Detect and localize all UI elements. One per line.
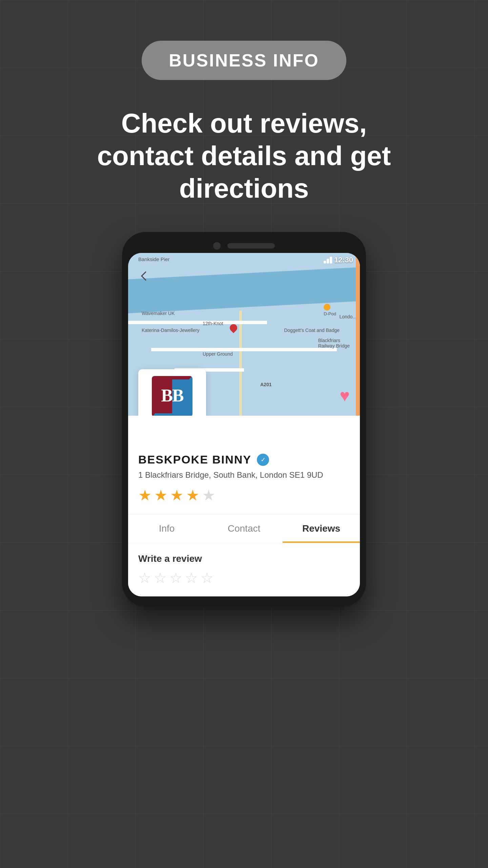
tagline-text: Check out reviews, contact details and g… [97, 108, 391, 203]
review-star-4[interactable]: ☆ [185, 570, 198, 586]
signal-bar-1 [324, 261, 326, 263]
favorite-heart-button[interactable]: ♥ [340, 386, 350, 406]
map-label-blackfriars: BlackfriarsRailway Bridge [318, 338, 350, 349]
map-label-bankside: Bankside Pier [138, 256, 170, 262]
map-marker-dpod: D-Pod [324, 304, 336, 316]
tagline: Check out reviews, contact details and g… [75, 107, 413, 205]
map-label-upper: Upper Ground [203, 351, 233, 357]
status-time: 12:30 [334, 256, 353, 264]
verified-badge: ✓ [257, 454, 269, 466]
phone-camera [213, 242, 221, 250]
signal-bar-3 [330, 257, 332, 263]
phone-speaker [227, 243, 275, 249]
map-label-12thknot: 12th-Knot [203, 321, 223, 326]
tabs-row: Info Contact Reviews [128, 514, 360, 543]
badge-label: BUSINESS INFO [169, 51, 319, 70]
status-bar: 12:30 [317, 253, 360, 267]
business-logo-card: BB BESPOKE BINNY [138, 369, 206, 416]
business-info-section: BESKPOKE BINNY ✓ 1 Blackfriars Bridge, S… [128, 416, 360, 543]
map-pin-red [230, 324, 237, 332]
write-review-title: Write a review [138, 553, 350, 564]
map-area: 12:30 Bankside Pier Wavemaker UK Katerin… [128, 253, 360, 416]
phone-outer: 12:30 Bankside Pier Wavemaker UK Katerin… [122, 232, 366, 607]
reviews-section: Write a review ☆ ☆ ☆ ☆ ☆ [128, 543, 360, 596]
star-1: ★ [138, 487, 151, 504]
map-road-h2 [151, 348, 337, 351]
tab-reviews[interactable]: Reviews [283, 514, 360, 543]
review-star-2[interactable]: ☆ [154, 570, 167, 586]
star-2: ★ [154, 487, 167, 504]
tab-contact[interactable]: Contact [205, 514, 283, 543]
signal-icon [324, 257, 332, 263]
phone-screen: 12:30 Bankside Pier Wavemaker UK Katerin… [128, 253, 360, 596]
signal-bar-2 [327, 259, 329, 263]
map-label-a201: A201 [260, 382, 271, 387]
map-road-a201 [239, 311, 242, 416]
star-3: ★ [170, 487, 183, 504]
back-button[interactable] [138, 270, 150, 285]
star-5: ★ [202, 487, 215, 504]
badge-pill: BUSINESS INFO [142, 41, 346, 80]
review-star-1[interactable]: ☆ [138, 570, 151, 586]
map-label-wavemaker: Wavemaker UK [142, 311, 175, 316]
review-star-3[interactable]: ☆ [169, 570, 182, 586]
map-road-h1 [128, 321, 267, 324]
tab-info[interactable]: Info [128, 514, 205, 543]
scroll-indicator [356, 253, 360, 416]
star-4: ★ [186, 487, 199, 504]
review-star-5[interactable]: ☆ [201, 570, 214, 586]
map-label-doggetts: Doggett's Coat and Badge [284, 328, 340, 333]
svg-text:BB: BB [161, 386, 184, 405]
business-logo-image: BB [152, 376, 192, 416]
review-stars[interactable]: ☆ ☆ ☆ ☆ ☆ [138, 570, 350, 586]
business-address: 1 Blackfriars Bridge, South Bank, London… [138, 470, 350, 480]
business-name: BESKPOKE BINNY [138, 453, 251, 466]
map-label-london: Londo... [339, 314, 357, 319]
phone-mockup: 12:30 Bankside Pier Wavemaker UK Katerin… [122, 232, 366, 607]
phone-top-bar [128, 242, 360, 250]
business-name-row: BESKPOKE BINNY ✓ [138, 453, 350, 466]
star-rating: ★ ★ ★ ★ ★ [138, 487, 350, 504]
map-label-katerina: Katerina-Damilos-Jewellery [142, 328, 199, 333]
